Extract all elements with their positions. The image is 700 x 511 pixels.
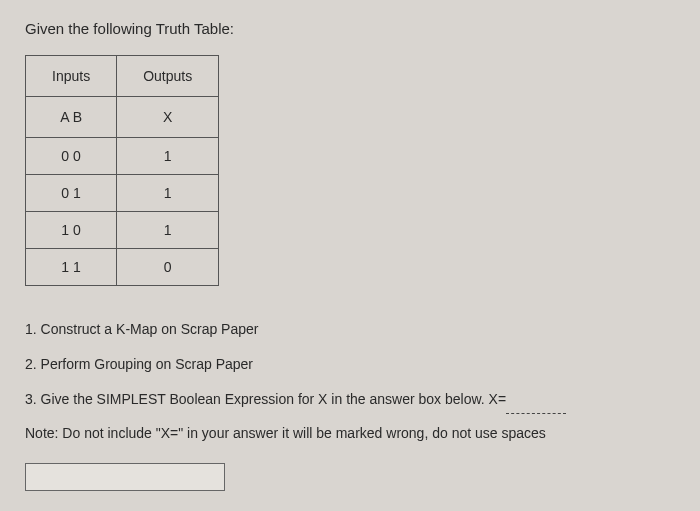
instruction-note: Note: Do not include "X=" in your answer…: [25, 418, 675, 449]
table-subheader-row: A B X: [26, 97, 219, 138]
truth-table: Inputs Outputs A B X 0 0 1 0 1 1 1 0 1 1…: [25, 55, 219, 286]
cell-input: 1 1: [26, 249, 117, 286]
answer-input[interactable]: [25, 463, 225, 491]
instruction-step-1: 1. Construct a K-Map on Scrap Paper: [25, 314, 675, 345]
page-title: Given the following Truth Table:: [25, 20, 675, 37]
cell-output: 1: [117, 212, 219, 249]
answer-blank-line: [506, 413, 566, 414]
table-row: 1 1 0: [26, 249, 219, 286]
table-row: 1 0 1: [26, 212, 219, 249]
header-x: X: [117, 97, 219, 138]
instruction-step-3-text: 3. Give the SIMPLEST Boolean Expression …: [25, 391, 506, 407]
cell-output: 1: [117, 175, 219, 212]
instruction-step-3: 3. Give the SIMPLEST Boolean Expression …: [25, 384, 675, 415]
instruction-step-2: 2. Perform Grouping on Scrap Paper: [25, 349, 675, 380]
cell-output: 1: [117, 138, 219, 175]
cell-input: 1 0: [26, 212, 117, 249]
table-row: 0 1 1: [26, 175, 219, 212]
instructions: 1. Construct a K-Map on Scrap Paper 2. P…: [25, 314, 675, 449]
table-row: 0 0 1: [26, 138, 219, 175]
table-header-row: Inputs Outputs: [26, 56, 219, 97]
header-inputs: Inputs: [26, 56, 117, 97]
header-outputs: Outputs: [117, 56, 219, 97]
cell-input: 0 0: [26, 138, 117, 175]
cell-output: 0: [117, 249, 219, 286]
header-ab: A B: [26, 97, 117, 138]
cell-input: 0 1: [26, 175, 117, 212]
